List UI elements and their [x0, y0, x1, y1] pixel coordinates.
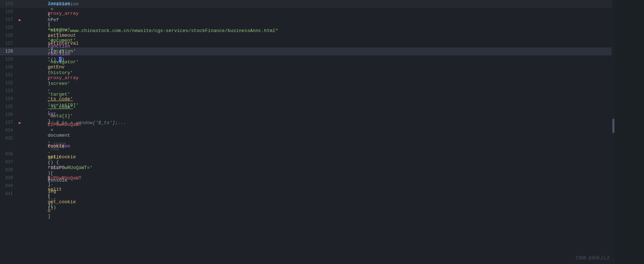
vertical-scrollbar[interactable]	[612, 0, 615, 264]
code-area[interactable]: 115 //#location 116 117 ▶ location = { h…	[0, 0, 615, 264]
editor-container: 115 //#location 116 117 ▶ location = { h…	[0, 0, 644, 264]
code-line-131: 131 getEnv ( proxy_array )	[0, 71, 615, 79]
scrollbar-thumb[interactable]	[612, 119, 614, 133]
code-line-841: 841 console . log ( get_cookie ())	[0, 190, 615, 198]
minimap	[615, 0, 644, 264]
watermark: CSDN @局外人LZ	[576, 255, 609, 261]
